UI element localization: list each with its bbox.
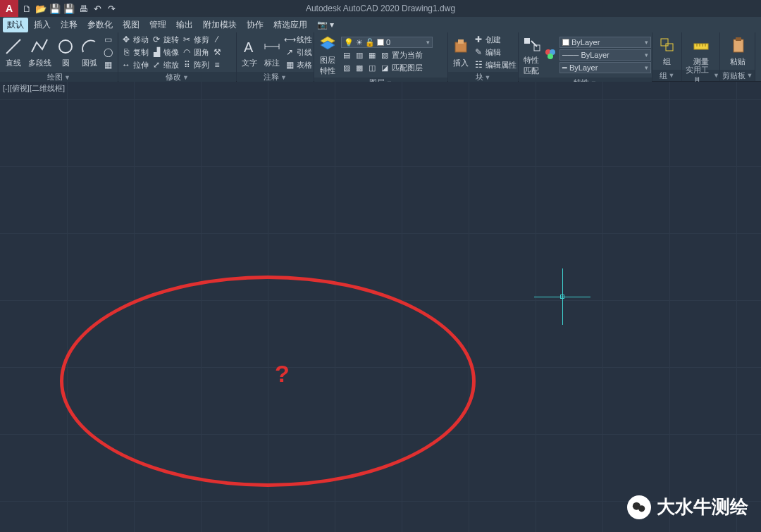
tab-featured[interactable]: 精选应用 — [269, 18, 311, 32]
tab-collab[interactable]: 协作 — [242, 18, 268, 32]
leader-button[interactable]: ↗引线 — [285, 47, 312, 58]
panel-modify-title[interactable]: 修改▼ — [118, 72, 236, 82]
tab-addins[interactable]: 附加模块 — [199, 18, 241, 32]
ribbon-tab-bar: 默认 插入 注释 参数化 视图 管理 输出 附加模块 协作 精选应用 📷 ▾ — [0, 17, 761, 32]
redo-icon[interactable]: ↷ — [106, 3, 117, 14]
layer-icon-3[interactable]: ▦ — [366, 49, 378, 61]
saveas-icon[interactable]: 💾 — [63, 3, 75, 14]
annotation-question-mark: ? — [275, 360, 290, 388]
ribbon: 直线 多段线 圆 圆弧 ▭ ◯ ▦ 绘图▼ ✥ — [0, 32, 761, 82]
lineweight-dropdown[interactable]: ━ByLayer — [559, 62, 651, 73]
tab-annotate[interactable]: 注释 — [56, 18, 82, 32]
hatch-icon[interactable]: ▦ — [103, 59, 113, 70]
color-dropdown[interactable]: ByLayer — [559, 37, 651, 48]
layer-props-button[interactable]: 图层 特性 — [317, 34, 338, 76]
copy-button[interactable]: ⎘复制 — [121, 47, 149, 58]
draw-extra-icons: ▭ ◯ ▦ — [103, 34, 113, 70]
linear-dim-button[interactable]: ⟷线性 — [285, 34, 312, 45]
rotate-button[interactable]: ⟳旋转 — [151, 34, 179, 45]
polyline-button[interactable]: 多段线 — [27, 34, 52, 70]
offset-icon[interactable]: ≡ — [212, 59, 222, 70]
app-logo[interactable]: A — [0, 0, 18, 17]
layer-icon-2[interactable]: ▥ — [354, 49, 365, 61]
watermark-text: 大水牛测绘 — [657, 495, 748, 519]
match-props-button[interactable]: 特性 匹配 — [521, 34, 541, 76]
fillet-button[interactable]: ◠圆角 — [182, 47, 209, 58]
layer-dropdown[interactable]: 💡☀🔓 0 — [341, 37, 433, 48]
tab-output[interactable]: 输出 — [172, 18, 197, 32]
panel-block-title[interactable]: 块▼ — [448, 72, 518, 82]
wechat-icon — [627, 495, 651, 519]
panel-modify: ✥移动 ⟳旋转 ✂修剪 ⎘复制 ▟镜像 ◠圆角 ↔拉伸 ⤢缩放 ⠿阵列 ∕ ⚒ … — [118, 32, 237, 81]
measure-button[interactable]: 测量 — [691, 35, 712, 67]
stretch-button[interactable]: ↔拉伸 — [121, 59, 149, 70]
arc-button[interactable]: 圆弧 — [79, 34, 100, 70]
match-layer-button[interactable]: 匹配图层 — [392, 62, 423, 73]
annotation-ellipse — [60, 276, 476, 487]
tab-insert[interactable]: 插入 — [30, 18, 55, 32]
props-palette-button[interactable] — [544, 34, 557, 76]
erase-icon[interactable]: ∕ — [212, 34, 222, 45]
svg-rect-20 — [734, 39, 743, 52]
title-bar: A 🗋 📂 💾 💾 🖶 ↶ ↷ Autodesk AutoCAD 2020 Dr… — [0, 0, 761, 17]
paste-button[interactable]: 粘贴 — [727, 35, 748, 67]
move-button[interactable]: ✥移动 — [121, 34, 149, 45]
table-button[interactable]: ▦表格 — [285, 59, 312, 70]
panel-clip-title[interactable]: 剪贴板▼ — [720, 70, 755, 81]
lock-icon: 🔓 — [365, 38, 375, 47]
panel-group-title[interactable]: 组▼ — [652, 70, 681, 81]
set-current-button[interactable]: 置为当前 — [392, 49, 423, 61]
explode-icon[interactable]: ⚒ — [212, 47, 222, 58]
layer-icon-4[interactable]: ▧ — [379, 49, 390, 61]
tab-camera[interactable]: 📷 ▾ — [313, 18, 338, 31]
mirror-button[interactable]: ▟镜像 — [151, 47, 179, 58]
scale-button[interactable]: ⤢缩放 — [151, 59, 179, 70]
open-icon[interactable]: 📂 — [35, 3, 47, 14]
circle-button[interactable]: 圆 — [55, 34, 76, 70]
linetype-dropdown[interactable]: ───ByLayer — [559, 49, 651, 61]
undo-icon[interactable]: ↶ — [92, 3, 103, 14]
insert-block-button[interactable]: 插入 — [451, 34, 471, 70]
panel-layers: 图层 特性 💡☀🔓 0 ▤ ▥ ▦ ▧ 置为当前 ▨ ▩ — [314, 32, 448, 81]
create-block-button[interactable]: ✚创建 — [474, 34, 516, 45]
drawing-viewport[interactable]: [-][俯视][二维线框] /* grid drawn below via lo… — [0, 82, 761, 532]
viewport-label[interactable]: [-][俯视][二维线框] — [3, 83, 65, 94]
layer-icon-1[interactable]: ▤ — [341, 49, 352, 61]
new-icon[interactable]: 🗋 — [21, 3, 32, 14]
edit-block-button[interactable]: ✎编辑 — [474, 47, 516, 58]
svg-text:A: A — [244, 39, 254, 55]
tab-parametric[interactable]: 参数化 — [83, 18, 117, 32]
svg-rect-21 — [736, 37, 741, 41]
panel-annot-title[interactable]: 注释▼ — [237, 72, 314, 82]
layer-icon-5[interactable]: ▨ — [341, 62, 352, 73]
layer-icon-8[interactable]: ◪ — [379, 62, 390, 73]
trim-button[interactable]: ✂修剪 — [182, 34, 209, 45]
svg-rect-8 — [524, 38, 530, 44]
panel-clipboard: 粘贴 剪贴板▼ — [720, 32, 755, 81]
ellipse-icon[interactable]: ◯ — [103, 47, 113, 58]
layer-icon-6[interactable]: ▩ — [354, 62, 365, 73]
edit-attr-button[interactable]: ☷编辑属性 — [474, 59, 516, 70]
layer-color-swatch — [377, 39, 384, 46]
svg-line-0 — [6, 39, 20, 54]
panel-draw-title[interactable]: 绘图▼ — [0, 72, 118, 82]
text-button[interactable]: A 文字 — [240, 34, 259, 70]
rect-icon[interactable]: ▭ — [103, 34, 113, 45]
panel-annot: A 文字 标注 ⟷线性 ↗引线 ▦表格 注释▼ — [237, 32, 314, 81]
panel-utility-title[interactable]: 实用工具▼ — [682, 70, 719, 81]
save-icon[interactable]: 💾 — [49, 3, 61, 14]
panel-draw: 直线 多段线 圆 圆弧 ▭ ◯ ▦ 绘图▼ — [0, 32, 118, 81]
group-button[interactable]: 组 — [657, 35, 678, 67]
tab-view[interactable]: 视图 — [118, 18, 144, 32]
svg-rect-15 — [694, 44, 708, 49]
dimension-button[interactable]: 标注 — [262, 34, 282, 70]
modify-extra-icons: ∕ ⚒ ≡ — [212, 34, 222, 70]
quick-access-toolbar: 🗋 📂 💾 💾 🖶 ↶ ↷ — [21, 3, 117, 14]
line-button[interactable]: 直线 — [3, 34, 24, 70]
svg-rect-14 — [666, 44, 673, 51]
tab-manage[interactable]: 管理 — [145, 18, 171, 32]
array-button[interactable]: ⠿阵列 — [182, 59, 209, 70]
tab-default[interactable]: 默认 — [3, 18, 28, 32]
layer-icon-7[interactable]: ◫ — [366, 62, 378, 73]
plot-icon[interactable]: 🖶 — [78, 3, 89, 14]
